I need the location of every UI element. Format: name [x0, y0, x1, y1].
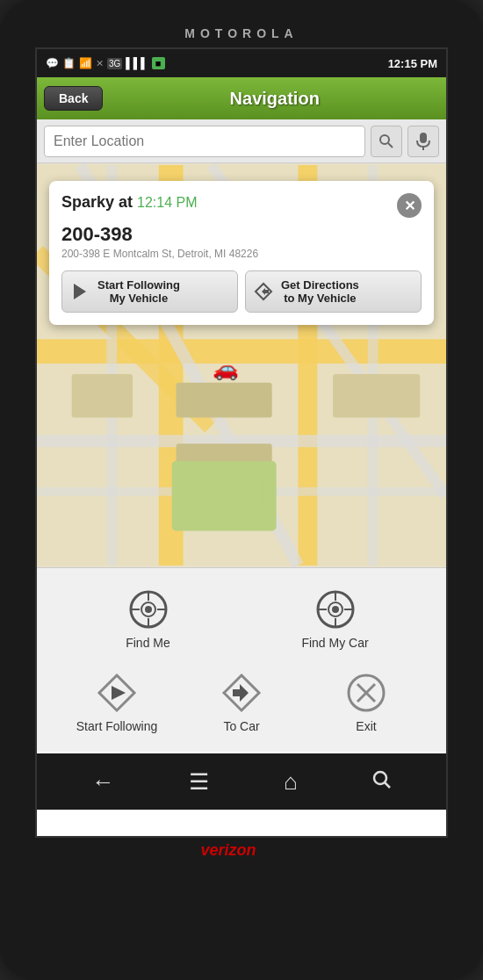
start-following-control[interactable]: Start Following [73, 670, 161, 733]
mic-button[interactable] [407, 126, 439, 157]
battery-icon: ■ [152, 57, 165, 69]
popup-address-full: 200-398 E Montcalm St, Detroit, MI 48226 [61, 248, 422, 260]
back-button[interactable]: Back [44, 86, 103, 111]
popup-close-button[interactable]: ✕ [397, 193, 422, 218]
svg-marker-24 [74, 284, 86, 299]
phone-device: MOTOROLA 💬 📋 📶 ⨯ 3G ▌▌▌ ■ 12:15 PM [0, 0, 483, 980]
search-bar [37, 119, 446, 163]
mic-icon [415, 132, 431, 151]
find-me-label: Find Me [126, 636, 170, 650]
signal-icon: ▌▌▌ [126, 57, 148, 69]
sms-icon: 💬 [46, 57, 59, 69]
3g-icon: 3G [107, 58, 122, 69]
start-following-button[interactable]: Start Following My Vehicle [61, 270, 238, 313]
search-icon [378, 133, 394, 149]
svg-point-33 [145, 606, 152, 613]
svg-line-49 [385, 782, 390, 788]
find-me-control[interactable]: Find Me [105, 587, 192, 650]
exit-icon [343, 670, 389, 716]
wifi-icon: 📶 [79, 57, 92, 69]
popup-address-number: 200-398 [61, 223, 422, 246]
svg-marker-44 [233, 684, 249, 702]
svg-line-1 [388, 143, 393, 148]
start-following-ctrl-icon [94, 670, 140, 716]
svg-marker-42 [112, 686, 126, 700]
android-home-button[interactable]: ⌂ [270, 761, 312, 803]
svg-rect-2 [420, 133, 427, 143]
svg-rect-18 [72, 374, 133, 418]
popup-time: 12:14 PM [137, 195, 197, 210]
get-directions-label: Get Directions to My Vehicle [281, 278, 359, 305]
svg-rect-19 [177, 383, 272, 418]
nav-title: Navigation [110, 89, 439, 109]
start-following-label: Start Following My Vehicle [97, 278, 180, 305]
to-car-icon [219, 670, 264, 716]
svg-rect-5 [37, 339, 446, 364]
android-back-button[interactable]: ← [77, 761, 128, 803]
map-area[interactable]: 🚗 Sparky at 12:14 PM ✕ 200-398 200-398 E… [37, 163, 446, 567]
find-my-car-label: Find My Car [301, 636, 368, 650]
find-me-icon [126, 587, 171, 632]
exit-control[interactable]: Exit [322, 670, 410, 733]
get-directions-button[interactable]: Get Directions to My Vehicle [245, 270, 422, 313]
exit-label: Exit [356, 719, 376, 733]
svg-point-0 [380, 135, 389, 144]
nav-header: Back Navigation [37, 77, 446, 119]
to-car-label: To Car [223, 719, 259, 733]
svg-point-48 [374, 772, 386, 784]
android-nav-bar: ← ☰ ⌂ [37, 753, 446, 810]
popup-title-row: Sparky at 12:14 PM [61, 193, 198, 212]
bluetooth-icon: ⨯ [96, 58, 104, 69]
find-my-car-control[interactable]: Find My Car [292, 587, 379, 650]
status-left-icons: 💬 📋 📶 ⨯ 3G ▌▌▌ ■ [46, 57, 165, 69]
car-marker: 🚗 [213, 357, 239, 381]
popup-action-buttons: Start Following My Vehicle Get Dir [61, 270, 422, 313]
play-icon [68, 279, 92, 304]
search-button[interactable] [371, 126, 402, 157]
controls-row-1: Find Me Find My Car [37, 577, 446, 660]
verizon-logo: verizon [200, 841, 282, 860]
controls-row-2: Start Following To Car [37, 660, 446, 744]
phone-brand-label: MOTOROLA [184, 26, 298, 40]
phone-screen: 💬 📋 📶 ⨯ 3G ▌▌▌ ■ 12:15 PM Back Navigatio… [35, 47, 448, 838]
svg-point-40 [332, 606, 339, 613]
popup-header: Sparky at 12:14 PM ✕ [61, 193, 422, 218]
calendar-icon: 📋 [62, 57, 76, 69]
popup-vehicle-name: Sparky at [61, 193, 137, 211]
bottom-controls: Find Me Find My Car [37, 567, 446, 752]
find-my-car-icon [313, 587, 358, 632]
android-menu-button[interactable]: ☰ [175, 761, 223, 803]
status-bar: 💬 📋 📶 ⨯ 3G ▌▌▌ ■ 12:15 PM [37, 49, 446, 77]
vehicle-info-popup: Sparky at 12:14 PM ✕ 200-398 200-398 E M… [49, 181, 434, 325]
search-input[interactable] [44, 126, 365, 157]
start-following-ctrl-label: Start Following [76, 719, 158, 733]
android-search-button[interactable] [358, 761, 406, 803]
svg-rect-23 [185, 479, 263, 505]
svg-rect-21 [333, 374, 420, 418]
directions-icon [251, 279, 276, 304]
to-car-control[interactable]: To Car [198, 670, 285, 733]
status-time: 12:15 PM [388, 57, 437, 70]
